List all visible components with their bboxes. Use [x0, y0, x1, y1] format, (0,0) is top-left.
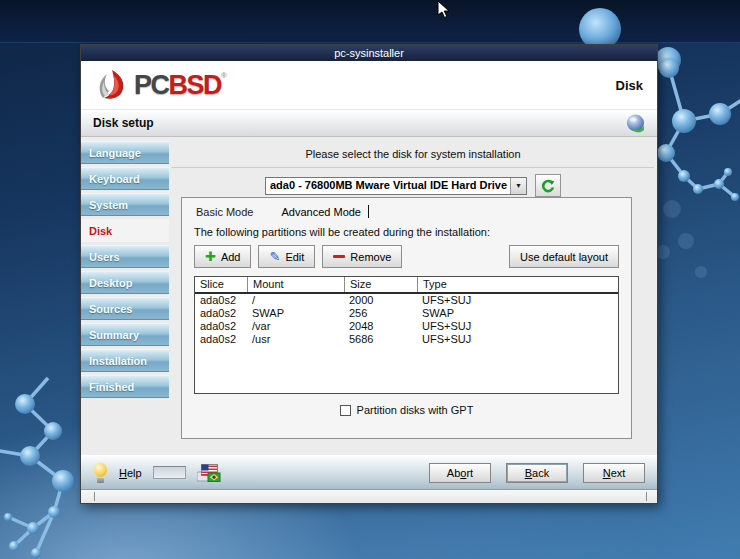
add-button-label: Add [221, 251, 241, 263]
edit-button-label: Edit [285, 251, 304, 263]
sidebar-item-label: Users [89, 251, 120, 263]
sidebar-item-label: Summary [89, 329, 139, 341]
edit-partition-button[interactable]: ✎ Edit [258, 245, 315, 268]
logo-registered-mark: ® [221, 71, 225, 80]
logo-pc-text: PC [134, 70, 169, 100]
cell-type: UFS+SUJ [417, 294, 618, 307]
table-row[interactable]: ada0s2 /usr 5686 UFS+SUJ [195, 333, 618, 346]
partitions-note: The following partitions will be created… [194, 226, 631, 238]
partition-toolbar: ✚ Add ✎ Edit Remove Use [194, 245, 619, 268]
disk-select[interactable]: ada0 - 76800MB Mware Virtual IDE Hard Dr… [265, 177, 527, 195]
back-button[interactable]: Back [506, 463, 568, 483]
window-statusbar [81, 489, 657, 503]
gpt-checkbox-label: Partition disks with GPT [357, 404, 474, 416]
pcbsd-wordmark: PCBSD® [134, 72, 225, 99]
cell-slice: ada0s2 [195, 333, 247, 346]
partition-table-header: Slice Mount Size Type [195, 277, 618, 294]
table-row[interactable]: ada0s2 /var 2048 UFS+SUJ [195, 320, 618, 333]
help-button[interactable]: Help [119, 467, 142, 479]
disk-select-row: ada0 - 76800MB Mware Virtual IDE Hard Dr… [169, 174, 657, 197]
cell-type: UFS+SUJ [417, 333, 618, 346]
installer-window: pc-sysinstaller PCBSD® Disk Disk setup [80, 44, 658, 504]
sidebar-item-label: Keyboard [89, 173, 140, 185]
add-partition-button[interactable]: ✚ Add [194, 245, 251, 268]
window-title: pc-sysinstaller [334, 47, 404, 59]
logo-bsd-text: BSD [169, 70, 222, 100]
column-header-mount[interactable]: Mount [247, 277, 344, 292]
partition-groupbox: Basic Mode Advanced Mode The following p… [181, 197, 632, 439]
pencil-icon: ✎ [269, 250, 280, 263]
cell-type: UFS+SUJ [417, 320, 618, 333]
minus-icon [333, 255, 345, 258]
tab-label: Advanced Mode [281, 206, 361, 218]
gpt-checkbox-row: Partition disks with GPT [182, 404, 631, 416]
remove-button-label: Remove [350, 251, 391, 263]
sidebar-item-label: Installation [89, 355, 147, 367]
statusbar-resize-grip[interactable] [646, 492, 647, 501]
sidebar-item-installation[interactable]: Installation [81, 349, 169, 372]
mouse-cursor-icon [436, 0, 452, 19]
page-label: Disk [616, 78, 643, 93]
cell-mount: /usr [247, 333, 344, 346]
desktop: pc-sysinstaller PCBSD® Disk Disk setup [0, 0, 740, 559]
footer-bar: Help Abort Back Next [81, 455, 657, 489]
main-row: Language Keyboard System Disk Users Desk… [81, 137, 657, 455]
use-default-layout-button[interactable]: Use default layout [509, 245, 619, 268]
cell-size: 2000 [344, 294, 417, 307]
sidebar-item-label: System [89, 199, 128, 211]
disk-select-value: ada0 - 76800MB Mware Virtual IDE Hard Dr… [266, 178, 510, 194]
cell-type: SWAP [417, 307, 618, 320]
remove-partition-button[interactable]: Remove [322, 245, 402, 268]
text-cursor-icon [368, 205, 369, 218]
refresh-disks-button[interactable] [535, 174, 561, 197]
help-group: Help [93, 462, 221, 484]
column-header-size[interactable]: Size [344, 277, 417, 292]
cell-size: 5686 [344, 333, 417, 346]
sidebar-item-sources[interactable]: Sources [81, 297, 169, 320]
cell-slice: ada0s2 [195, 320, 247, 333]
next-button[interactable]: Next [583, 463, 645, 483]
nav-buttons: Abort Back Next [429, 463, 645, 483]
sidebar-item-disk[interactable]: Disk [81, 219, 169, 242]
mode-tabs: Basic Mode Advanced Mode [182, 198, 631, 221]
window-titlebar[interactable]: pc-sysinstaller [81, 45, 657, 61]
column-header-slice[interactable]: Slice [195, 277, 247, 292]
use-default-layout-label: Use default layout [520, 251, 608, 263]
sidebar-item-label: Disk [89, 225, 112, 237]
chevron-down-icon[interactable]: ▼ [510, 178, 526, 194]
table-row[interactable]: ada0s2 SWAP 256 SWAP [195, 307, 618, 320]
sidebar-item-keyboard[interactable]: Keyboard [81, 167, 169, 190]
sidebar-item-desktop[interactable]: Desktop [81, 271, 169, 294]
gpt-checkbox[interactable] [340, 405, 351, 416]
cell-mount: SWAP [247, 307, 344, 320]
sidebar-item-language[interactable]: Language [81, 141, 169, 164]
globe-icon [626, 114, 645, 133]
section-header-row: Disk setup [81, 109, 657, 137]
cell-mount: / [247, 294, 344, 307]
step-sidebar: Language Keyboard System Disk Users Desk… [81, 137, 169, 455]
lightbulb-icon [93, 462, 108, 484]
sidebar-item-finished[interactable]: Finished [81, 375, 169, 398]
sidebar-item-summary[interactable]: Summary [81, 323, 169, 346]
disk-setup-content: Please select the disk for system instal… [169, 137, 657, 455]
sidebar-item-system[interactable]: System [81, 193, 169, 216]
tab-basic-mode[interactable]: Basic Mode [196, 206, 253, 218]
language-flag-icon[interactable] [197, 464, 221, 482]
statusbar-notch [94, 492, 95, 501]
sidebar-item-label: Language [89, 147, 141, 159]
sidebar-item-users[interactable]: Users [81, 245, 169, 268]
sidebar-item-label: Finished [89, 381, 134, 393]
keyboard-indicator-box [153, 466, 186, 479]
partition-table[interactable]: Slice Mount Size Type ada0s2 / 2000 UFS+… [194, 276, 619, 394]
cell-size: 2048 [344, 320, 417, 333]
disk-select-prompt: Please select the disk for system instal… [172, 143, 654, 168]
cell-slice: ada0s2 [195, 294, 247, 307]
cell-slice: ada0s2 [195, 307, 247, 320]
sidebar-item-label: Desktop [89, 277, 132, 289]
header-logo-row: PCBSD® Disk [81, 61, 657, 109]
section-title: Disk setup [93, 116, 154, 130]
tab-advanced-mode[interactable]: Advanced Mode [281, 205, 369, 218]
abort-button[interactable]: Abort [429, 463, 491, 483]
column-header-type[interactable]: Type [417, 277, 618, 292]
table-row[interactable]: ada0s2 / 2000 UFS+SUJ [195, 294, 618, 307]
